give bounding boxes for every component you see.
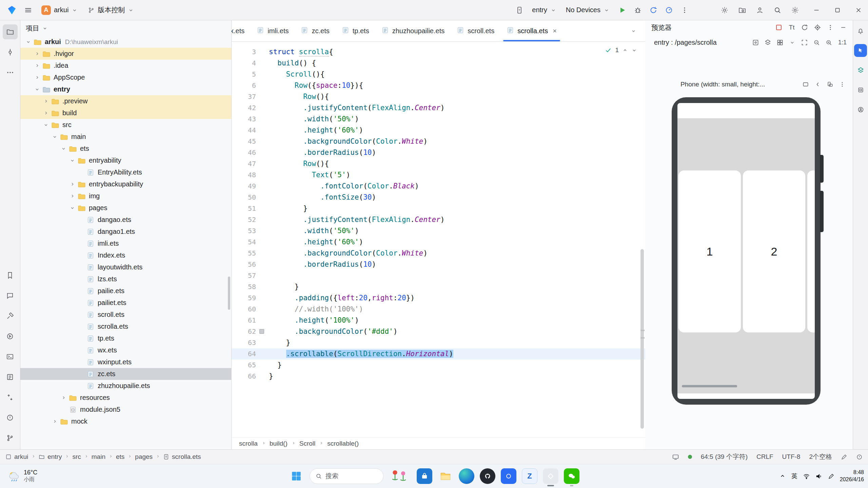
- search-input[interactable]: 搜索: [310, 468, 383, 484]
- chevron-collapsed-icon[interactable]: [59, 395, 68, 401]
- caret-position[interactable]: 64:5 (39 个字符): [701, 452, 748, 461]
- inspection-widget[interactable]: 1: [603, 46, 639, 55]
- edge-browser-icon[interactable]: [459, 468, 474, 484]
- tray-chevron-up-icon[interactable]: [779, 473, 786, 480]
- tree-item-main[interactable]: main: [20, 131, 231, 143]
- weather-widget[interactable]: 16°C 小雨: [3, 464, 41, 488]
- minimize-button[interactable]: [807, 0, 826, 20]
- status-path-entry[interactable]: entry: [47, 453, 62, 461]
- code-line-51[interactable]: 51 }: [232, 203, 645, 214]
- account-icon[interactable]: [753, 3, 767, 17]
- status-path-ets[interactable]: ets: [116, 453, 124, 461]
- device-manager-icon[interactable]: T: [512, 3, 527, 17]
- tree-item-tp-ets[interactable]: tp.ets: [20, 332, 231, 344]
- tree-item-arkui[interactable]: arkuiD:\huaweixm\arkui: [20, 36, 231, 48]
- code-line-59[interactable]: 59 .padding({left:20,right:20}): [232, 292, 645, 304]
- chevron-collapsed-icon[interactable]: [33, 63, 41, 68]
- code-line-4[interactable]: 4 build() {: [232, 58, 645, 69]
- project-selector[interactable]: A arkui: [37, 3, 82, 17]
- ai-assistant-icon[interactable]: [854, 103, 867, 116]
- editor-tab-x-ets[interactable]: x.ets: [232, 20, 251, 41]
- chevron-expanded-icon[interactable]: [50, 134, 59, 140]
- git-toolwindow-icon[interactable]: [3, 430, 18, 445]
- layers-icon[interactable]: [762, 37, 774, 48]
- code-line-53[interactable]: 53 .width('50%'): [232, 225, 645, 237]
- tree-item-src[interactable]: src: [20, 119, 231, 131]
- prev-problem-icon[interactable]: [622, 47, 628, 53]
- bookmarks-toolwindow-icon[interactable]: [3, 268, 18, 283]
- stop-preview-icon[interactable]: [773, 21, 785, 34]
- tree-item-imli-ets[interactable]: imli.ets: [20, 238, 231, 249]
- tree-item-module-json5[interactable]: {}module.json5: [20, 404, 231, 415]
- next-problem-icon[interactable]: [631, 47, 637, 53]
- tree-item-lzs-ets[interactable]: lzs.ets: [20, 273, 231, 285]
- hidden-tabs-icon[interactable]: [626, 24, 640, 38]
- device-connector-icon[interactable]: [854, 83, 867, 96]
- code-line-48[interactable]: 48 Text('5'): [232, 169, 645, 181]
- zoom-in-icon[interactable]: [823, 37, 835, 48]
- editor-scrollbar[interactable]: [640, 249, 644, 429]
- locate-component-icon[interactable]: [811, 21, 824, 34]
- refresh-preview-icon[interactable]: [798, 21, 811, 34]
- code-line-44[interactable]: 44 .height('60%'): [232, 125, 645, 136]
- tree-item-entry[interactable]: entry: [20, 83, 231, 95]
- close-tab-icon[interactable]: ×: [553, 27, 557, 35]
- tree-item-entrybackupability[interactable]: entrybackupability: [20, 178, 231, 190]
- chevron-collapsed-icon[interactable]: [41, 110, 50, 116]
- chevron-down-icon[interactable]: [787, 37, 798, 48]
- vcs-update-toolwindow-icon[interactable]: [3, 390, 18, 405]
- code-line-54[interactable]: 54 .height('60%'): [232, 237, 645, 248]
- code-line-47[interactable]: 47 Row(){: [232, 158, 645, 169]
- deveco-studio-taskbar-icon[interactable]: [543, 468, 558, 484]
- fit-frame-icon[interactable]: [799, 37, 810, 48]
- font-scale-icon[interactable]: Tt: [786, 21, 798, 34]
- breadcrumb-scroll[interactable]: Scroll: [299, 440, 316, 447]
- orientation-icon[interactable]: [824, 79, 836, 90]
- tree-item-img[interactable]: img: [20, 190, 231, 202]
- code-line-52[interactable]: 52 .justifyContent(FlexAlign.Center): [232, 214, 645, 225]
- chevron-expanded-icon[interactable]: [33, 86, 41, 92]
- rotate-left-icon[interactable]: [812, 79, 824, 90]
- tree-item-mock[interactable]: mock: [20, 415, 231, 427]
- more-toolwindows-icon[interactable]: [3, 65, 18, 80]
- code-line-42[interactable]: 42 .justifyContent(FlexAlign.Center): [232, 102, 645, 114]
- main-menu-icon[interactable]: [21, 3, 35, 17]
- component-tree-icon[interactable]: [854, 64, 867, 77]
- settings-icon[interactable]: [788, 3, 802, 17]
- tree-item-pailiet-ets[interactable]: pailiet.ets: [20, 297, 231, 309]
- chevron-expanded-icon[interactable]: [24, 39, 33, 45]
- editor-tab-tp-ets[interactable]: tp.ets: [336, 20, 375, 41]
- code-line-3[interactable]: 3struct scrolla{: [232, 46, 645, 58]
- app-icon-blue-2[interactable]: Z: [522, 468, 537, 484]
- code-line-43[interactable]: 43 .width('50%'): [232, 114, 645, 125]
- status-path-main[interactable]: main: [92, 453, 105, 461]
- hide-panel-icon[interactable]: [837, 21, 849, 34]
- editor-tab-scrolla-ets[interactable]: scrolla.ets×: [500, 20, 563, 41]
- file-explorer-icon[interactable]: [438, 468, 453, 484]
- wechat-icon[interactable]: [564, 468, 579, 484]
- status-path-scrolla-ets[interactable]: scrolla.ets: [172, 453, 201, 461]
- code-line-49[interactable]: 49 .fontColor(Color.Black): [232, 181, 645, 192]
- device-more-icon[interactable]: [836, 79, 848, 90]
- ms-store-icon[interactable]: [417, 468, 432, 484]
- github-desktop-icon[interactable]: [480, 468, 495, 484]
- indent-style[interactable]: 2个空格: [809, 452, 832, 461]
- code-line-5[interactable]: 5 Scroll(){: [232, 69, 645, 80]
- build-toolwindow-icon[interactable]: [3, 308, 18, 323]
- chevron-expanded-icon[interactable]: [41, 122, 50, 128]
- status-path-src[interactable]: src: [72, 453, 81, 461]
- chevron-expanded-icon[interactable]: [68, 205, 77, 211]
- close-button[interactable]: [849, 0, 868, 20]
- start-button[interactable]: [289, 468, 304, 484]
- breadcrumb-scrolla[interactable]: scrolla: [239, 440, 258, 447]
- code-line-55[interactable]: 55 .backgroundColor(Color.White): [232, 248, 645, 259]
- tree-item-wx-ets[interactable]: wx.ets: [20, 344, 231, 356]
- tree-item-resources[interactable]: resources: [20, 392, 231, 404]
- code-line-63[interactable]: 63 }: [232, 337, 645, 348]
- project-toolwindow-icon[interactable]: [3, 24, 18, 39]
- project-panel-header[interactable]: 项目: [20, 20, 231, 36]
- restart-app-button[interactable]: [646, 3, 660, 17]
- tree-item-wxinput-ets[interactable]: wxinput.ets: [20, 356, 231, 368]
- editor-tab-imli-ets[interactable]: imli.ets: [251, 20, 295, 41]
- tree-item-zc-ets[interactable]: zc.ets: [20, 368, 231, 380]
